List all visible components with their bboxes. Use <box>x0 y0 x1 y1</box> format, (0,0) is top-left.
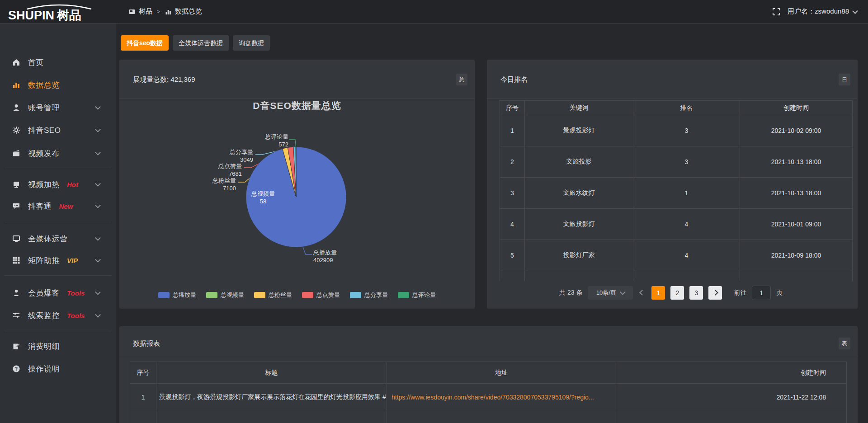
table-header-row: 序号 关键词 排名 创建时间 <box>500 101 853 115</box>
table-row[interactable]: 4文旅投影灯42021-10-01 09:00 <box>500 209 853 240</box>
sidebar-item-douyin-seo[interactable]: 抖音SEO <box>0 121 116 139</box>
page-button-1[interactable]: 1 <box>651 286 665 300</box>
sidebar-item-lead-monitor[interactable]: 线索监控 Tools <box>0 306 116 324</box>
rank-table: 序号 关键词 排名 创建时间 1景观投影灯32021-10-02 09:00 2… <box>500 100 853 281</box>
legend-item-fans[interactable]: 总粉丝量 <box>254 291 292 299</box>
sidebar-item-omnimedia[interactable]: 全媒体运营 <box>0 230 116 248</box>
sidebar: 首页 数据总览 账号管理 抖音SEO 视频发布 视频加热 Hot 抖客通 New <box>0 23 116 423</box>
pie-label-comments: 总评论量572 <box>252 133 288 148</box>
report-panel-title: 数据报表 <box>133 338 160 349</box>
column-header: 地址 <box>387 362 616 384</box>
chevron-down-icon <box>95 150 101 155</box>
user-menu[interactable]: 用户名：zswodun88 <box>788 7 857 16</box>
legend-swatch <box>158 292 170 298</box>
logo-text-en: SHUPIN <box>8 9 54 22</box>
new-badge: New <box>59 202 73 210</box>
goto-page-input[interactable] <box>752 286 771 300</box>
column-header: 创建时间 <box>616 362 847 384</box>
sidebar-item-doketong[interactable]: 抖客通 New <box>0 197 116 215</box>
sliders-icon <box>12 311 21 320</box>
total-count-label: 共 23 条 <box>559 289 582 297</box>
chevron-down-icon <box>852 8 858 14</box>
sidebar-item-video-publish[interactable]: 视频发布 <box>0 144 116 162</box>
page-button-3[interactable]: 3 <box>689 286 703 300</box>
sidebar-item-spend-detail[interactable]: 消费明细 <box>0 337 116 355</box>
chevron-down-icon <box>95 127 101 132</box>
hot-badge: Hot <box>67 181 78 188</box>
legend-swatch <box>398 292 409 298</box>
next-page-button[interactable] <box>708 286 722 300</box>
app-logo[interactable]: SHUPIN树品 <box>8 2 112 22</box>
sidebar-item-member-burst[interactable]: 会员爆客 Tools <box>0 284 116 302</box>
pie-chart[interactable] <box>119 60 475 309</box>
table-row[interactable]: 5投影灯厂家42021-10-09 18:00 <box>500 240 853 271</box>
pie-label-videos: 总视频量58 <box>245 190 281 205</box>
home-icon <box>12 58 21 67</box>
person-icon <box>12 288 21 297</box>
chevron-left-icon <box>639 290 645 296</box>
table-row[interactable]: 1 景观投影灯，夜游景观投影灯厂家展示展示落花灯在花园里的灯光投影应用效果 # … <box>130 384 847 411</box>
legend-item-plays[interactable]: 总播放量 <box>158 291 196 299</box>
vip-badge: VIP <box>67 257 78 264</box>
fullscreen-icon[interactable] <box>772 8 780 16</box>
tab-inquiry-data[interactable]: 询盘数据 <box>233 35 270 51</box>
table-row[interactable]: 3文旅水纹灯12021-10-13 18:00 <box>500 178 853 209</box>
grid-icon <box>12 256 21 265</box>
goto-label: 前往 <box>734 289 746 297</box>
chevron-down-icon <box>95 104 101 110</box>
tab-omnimedia-data[interactable]: 全媒体运营数据 <box>173 35 229 51</box>
column-header: 序号 <box>130 362 156 384</box>
legend-swatch <box>254 292 265 298</box>
user-icon <box>12 103 21 112</box>
sidebar-item-data-overview[interactable]: 数据总览 <box>0 76 116 94</box>
sidebar-item-help[interactable]: ? 操作说明 <box>0 360 116 378</box>
breadcrumb-current[interactable]: 数据总览 <box>175 7 202 16</box>
sidebar-item-account[interactable]: 账号管理 <box>0 99 116 117</box>
sidebar-item-video-heat[interactable]: 视频加热 Hot <box>0 175 116 193</box>
legend-item-comments[interactable]: 总评论量 <box>398 291 436 299</box>
chevron-down-icon <box>620 289 626 295</box>
sidebar-divider <box>5 332 112 332</box>
pie-label-likes: 总点赞量7681 <box>206 162 242 178</box>
pie-label-plays: 总播放量402909 <box>313 249 354 264</box>
table-header-row: 序号 标题 地址 创建时间 <box>130 362 847 384</box>
tools-badge: Tools <box>67 312 85 320</box>
chevron-right-icon <box>712 290 718 296</box>
sidebar-item-home[interactable]: 首页 <box>0 53 116 71</box>
breadcrumb-separator: > <box>157 8 160 15</box>
legend-item-shares[interactable]: 总分享量 <box>350 291 388 299</box>
bar-chart-icon <box>165 9 171 15</box>
video-url-link[interactable]: https://www.iesdouyin.com/share/video/70… <box>387 384 616 411</box>
chevron-down-icon <box>95 257 101 263</box>
table-row-clipped <box>130 411 847 423</box>
table-corner-button[interactable]: 表 <box>839 338 850 349</box>
legend-swatch <box>350 292 361 298</box>
table-row[interactable]: 1景观投影灯32021-10-02 09:00 <box>500 115 853 146</box>
prev-page-button[interactable] <box>638 291 646 295</box>
sidebar-divider <box>5 168 112 168</box>
page-button-2[interactable]: 2 <box>670 286 684 300</box>
chevron-down-icon <box>95 289 101 295</box>
today-rank-panel: 今日排名 日 序号 关键词 排名 创建时间 1景观投影灯32021-10-02 … <box>487 60 858 309</box>
legend-item-likes[interactable]: 总点赞量 <box>302 291 340 299</box>
column-header: 序号 <box>500 101 525 115</box>
pie-label-shares: 总分享量3049 <box>217 148 253 164</box>
day-corner-button[interactable]: 日 <box>839 74 850 85</box>
column-header: 创建时间 <box>740 101 853 115</box>
sidebar-item-matrix-boost[interactable]: 矩阵助推 VIP <box>0 251 116 269</box>
video-title-cell: 景观投影灯，夜游景观投影灯厂家展示展示落花灯在花园里的灯光投影应用效果 # <box>156 384 387 411</box>
chevron-down-icon <box>95 202 101 208</box>
tab-douyin-seo-data[interactable]: 抖音seo数据 <box>121 35 169 51</box>
table-row[interactable]: 2文旅投影32021-10-13 18:00 <box>500 146 853 178</box>
username-label: 用户名：zswodun88 <box>788 7 849 16</box>
chart-legend: 总播放量 总视频量 总粉丝量 总点赞量 总分享量 总评论量 <box>119 291 475 299</box>
gear-icon <box>12 126 21 135</box>
question-icon: ? <box>12 364 21 373</box>
legend-item-videos[interactable]: 总视频量 <box>206 291 244 299</box>
breadcrumb-root[interactable]: 树品 <box>139 7 152 16</box>
panel-divider <box>119 356 858 356</box>
chat-icon <box>12 202 21 211</box>
bar-chart-icon <box>12 80 21 89</box>
edit-icon <box>12 342 21 351</box>
page-size-select[interactable]: 10条/页 <box>588 286 633 300</box>
